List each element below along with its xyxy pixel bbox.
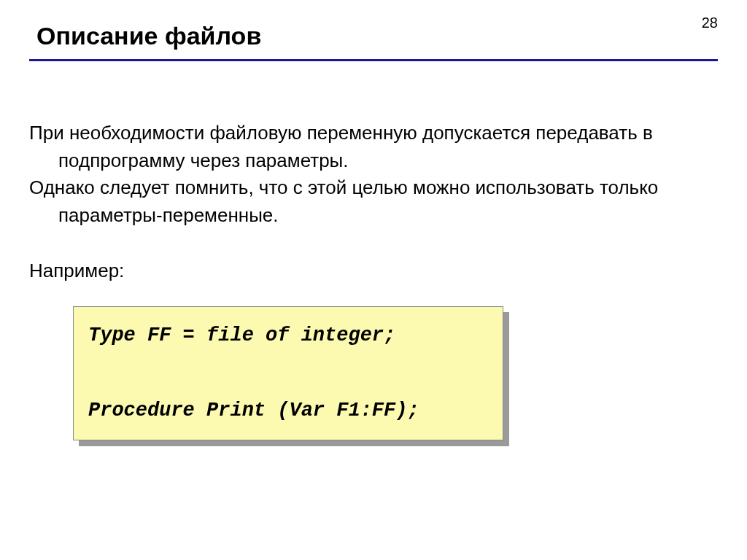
paragraph-2: Однако следует помнить, что с этой целью… bbox=[29, 174, 718, 229]
code-block-wrapper: Type FF = file of integer; Procedure Pri… bbox=[73, 306, 503, 440]
slide-title: Описание файлов bbox=[29, 22, 718, 50]
example-label: Например: bbox=[29, 257, 718, 285]
code-block: Type FF = file of integer; Procedure Pri… bbox=[73, 306, 503, 440]
body-text: При необходимости файловую переменную до… bbox=[29, 120, 718, 440]
slide-container: 28 Описание файлов При необходимости фай… bbox=[0, 0, 747, 560]
paragraph-1: При необходимости файловую переменную до… bbox=[29, 120, 718, 174]
page-number: 28 bbox=[702, 15, 718, 31]
title-underline bbox=[29, 59, 718, 61]
